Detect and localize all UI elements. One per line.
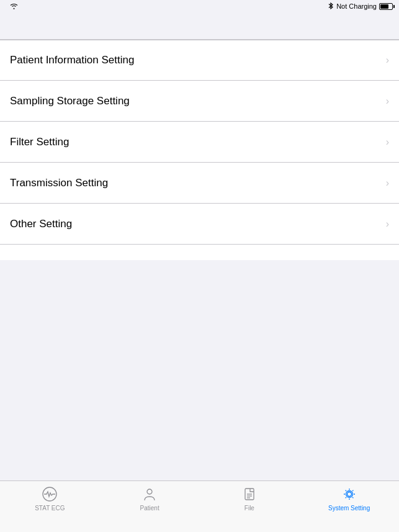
stat-ecg-icon — [40, 485, 59, 503]
not-charging-text: Not Charging — [336, 2, 377, 10]
content-area: Patient Information Setting › Sampling S… — [0, 40, 399, 260]
chevron-right-icon: › — [386, 96, 389, 107]
nav-bar — [0, 12, 399, 40]
bluetooth-icon — [328, 2, 334, 11]
chevron-right-icon: › — [386, 178, 389, 189]
tab-system-setting[interactable]: System Setting — [299, 485, 399, 512]
patient-icon — [140, 485, 159, 503]
settings-item-label: Sampling Storage Setting — [10, 95, 130, 107]
status-right: Not Charging — [328, 2, 393, 11]
settings-item-transmission[interactable]: Transmission Setting › — [0, 163, 399, 204]
svg-point-1 — [147, 489, 152, 494]
chevron-right-icon: › — [386, 55, 389, 66]
tab-stat-ecg[interactable]: STAT ECG — [0, 485, 100, 512]
tab-bar: STAT ECG Patient File — [0, 480, 399, 532]
settings-item-other[interactable]: Other Setting › — [0, 204, 399, 245]
system-setting-icon — [340, 485, 359, 503]
settings-item-label: Other Setting — [10, 218, 72, 230]
settings-item-label: Filter Setting — [10, 136, 69, 148]
empty-space — [0, 260, 399, 480]
svg-point-6 — [347, 492, 351, 497]
file-icon — [240, 485, 259, 503]
stat-ecg-label: STAT ECG — [35, 505, 65, 512]
settings-item-patient-info[interactable]: Patient Information Setting › — [0, 40, 399, 81]
settings-list: Patient Information Setting › Sampling S… — [0, 40, 399, 260]
wifi-icon — [9, 2, 19, 11]
settings-item-logout[interactable]: Logout › — [0, 245, 399, 260]
chevron-right-icon: › — [386, 137, 389, 148]
status-bar: Not Charging — [0, 0, 399, 12]
chevron-right-icon: › — [386, 219, 389, 230]
settings-item-label: Patient Information Setting — [10, 54, 134, 66]
file-label: File — [244, 505, 254, 512]
system-setting-label: System Setting — [328, 505, 370, 512]
settings-item-label: Transmission Setting — [10, 177, 108, 189]
status-left — [6, 2, 19, 11]
tab-file[interactable]: File — [200, 485, 300, 512]
battery-icon — [379, 3, 393, 10]
settings-item-sampling-storage[interactable]: Sampling Storage Setting › — [0, 81, 399, 122]
settings-item-filter[interactable]: Filter Setting › — [0, 122, 399, 163]
tab-patient[interactable]: Patient — [100, 485, 200, 512]
patient-label: Patient — [140, 505, 159, 512]
